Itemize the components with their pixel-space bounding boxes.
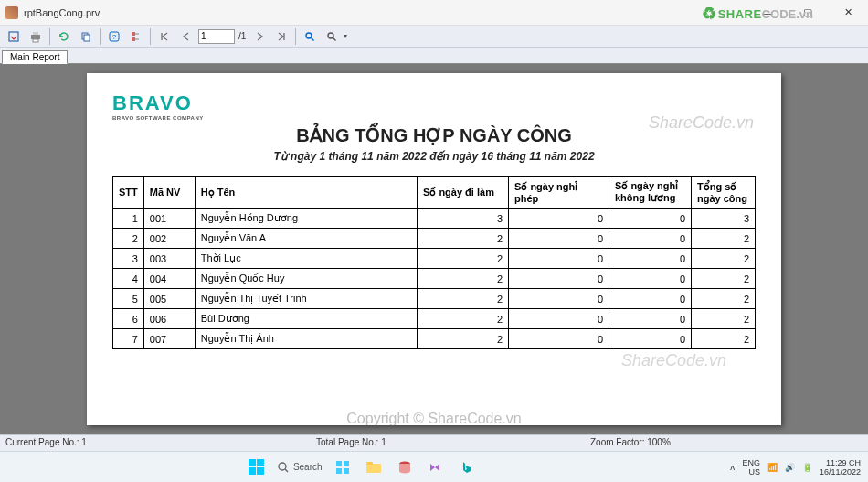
cell-stt: 6 (113, 309, 144, 329)
cell-nghiphep: 0 (509, 229, 609, 249)
svg-point-10 (306, 33, 312, 38)
last-page-button[interactable] (271, 27, 291, 46)
svg-text:?: ? (112, 33, 117, 41)
tab-main-report[interactable]: Main Report (2, 50, 68, 64)
cell-manv: 003 (143, 249, 195, 269)
svg-rect-18 (366, 462, 373, 465)
svg-rect-3 (33, 39, 38, 42)
page-number-input[interactable] (198, 29, 235, 44)
bing-icon[interactable] (456, 456, 478, 478)
cell-tong: 2 (692, 269, 756, 289)
toolbar-separator (49, 28, 50, 45)
chevron-up-icon[interactable]: ᴧ (730, 463, 735, 472)
svg-rect-9 (132, 37, 135, 41)
cell-manv: 006 (143, 309, 195, 329)
svg-rect-14 (344, 461, 349, 466)
col-manv: Mã NV (143, 177, 195, 209)
cell-tong: 2 (692, 229, 756, 249)
visualstudio-icon[interactable] (425, 456, 447, 478)
table-row: 4004Nguyễn Quốc Huy2002 (113, 269, 756, 289)
cell-dilam: 2 (418, 249, 509, 269)
cell-tong: 2 (692, 289, 756, 309)
volume-icon[interactable]: 🔊 (785, 463, 795, 472)
toolbar-separator (150, 28, 151, 45)
wifi-icon[interactable]: 📶 (767, 463, 778, 472)
cell-stt: 4 (113, 269, 144, 289)
window-title: rptBangCong.prv (24, 7, 747, 18)
sharecode-logo: ♻ SHARE CODE.vn (702, 4, 813, 24)
table-row: 1001Nguyễn Hồng Dương3003 (113, 209, 756, 229)
prev-page-button[interactable] (176, 27, 196, 46)
svg-rect-13 (336, 461, 342, 466)
col-tong: Tổng số ngày công (692, 177, 756, 209)
toolbar-separator (100, 28, 101, 45)
cell-nghiphep: 0 (509, 249, 609, 269)
svg-point-12 (279, 463, 286, 470)
cell-hoten: Nguyễn Thị Tuyết Trinh (195, 289, 417, 309)
clock[interactable]: 11:29 CH16/11/2022 (820, 458, 861, 477)
chevron-down-icon[interactable]: ▾ (344, 32, 347, 40)
system-tray: ᴧ ENGUS 📶 🔊 🔋 11:29 CH16/11/2022 (723, 458, 868, 477)
table-row: 7007Nguyễn Thị Ánh2002 (113, 329, 756, 349)
cell-dilam: 2 (418, 329, 509, 349)
battery-icon[interactable]: 🔋 (802, 463, 812, 472)
report-viewer[interactable]: ShareCode.vn BRAVO BRAVO SOFTWARE COMPAN… (0, 64, 868, 434)
search-button[interactable]: Search (277, 456, 323, 478)
find-button[interactable] (300, 27, 320, 46)
table-row: 5005Nguyễn Thị Tuyết Trinh2002 (113, 289, 756, 309)
next-page-button[interactable] (249, 27, 270, 46)
toggle-params-button[interactable]: ? (104, 27, 124, 46)
cell-khongluong: 0 (609, 309, 692, 329)
zoom-button[interactable] (322, 27, 342, 46)
cell-stt: 2 (113, 229, 144, 249)
taskbar-center: Search (0, 456, 723, 478)
col-nghiphep: Số ngày nghỉ phép (509, 177, 609, 209)
cell-hoten: Thời Lục (195, 249, 417, 269)
cell-hoten: Nguyễn Quốc Huy (195, 269, 417, 289)
cell-hoten: Bùi Dương (195, 309, 417, 329)
cell-stt: 7 (113, 329, 144, 349)
cell-hoten: Nguyễn Văn A (195, 229, 417, 249)
export-button[interactable] (4, 27, 24, 46)
cell-dilam: 2 (418, 269, 509, 289)
svg-rect-16 (344, 468, 349, 474)
cell-stt: 5 (113, 289, 144, 309)
col-stt: STT (113, 177, 144, 209)
cell-tong: 2 (692, 249, 756, 269)
toggle-tree-button[interactable] (126, 27, 146, 46)
cell-nghiphep: 0 (509, 209, 609, 229)
logo-text: BRAVO (112, 91, 756, 115)
col-dilam: Số ngày đi làm (418, 177, 509, 209)
start-button[interactable] (246, 456, 268, 478)
cell-khongluong: 0 (609, 249, 692, 269)
report-table: STT Mã NV Họ Tên Số ngày đi làm Số ngày … (112, 176, 756, 349)
cell-manv: 004 (143, 269, 195, 289)
cell-tong: 2 (692, 309, 756, 329)
logo-subtitle: BRAVO SOFTWARE COMPANY (112, 115, 756, 121)
close-button[interactable]: ✕ (828, 0, 868, 26)
svg-rect-1 (31, 35, 40, 39)
report-title: BẢNG TỔNG HỢP NGÀY CÔNG (112, 124, 756, 146)
cell-hoten: Nguyễn Hồng Dương (195, 209, 417, 229)
report-page: ShareCode.vn BRAVO BRAVO SOFTWARE COMPAN… (87, 73, 781, 425)
explorer-icon[interactable] (363, 456, 385, 478)
cell-dilam: 2 (418, 289, 509, 309)
copy-button[interactable] (76, 27, 96, 46)
first-page-button[interactable] (154, 27, 175, 46)
app-icon (5, 6, 18, 19)
refresh-button[interactable] (54, 27, 74, 46)
svg-rect-8 (132, 32, 135, 36)
task-icon[interactable] (332, 456, 354, 478)
brand-text-2: CODE.vn (762, 7, 813, 21)
print-button[interactable] (26, 27, 46, 46)
sqlserver-icon[interactable] (394, 456, 416, 478)
cell-manv: 002 (143, 229, 195, 249)
status-bar: Current Page No.: 1 Total Page No.: 1 Zo… (0, 434, 868, 451)
cell-nghiphep: 0 (509, 269, 609, 289)
table-row: 6006Bùi Dương2002 (113, 309, 756, 329)
cell-khongluong: 0 (609, 269, 692, 289)
svg-rect-5 (84, 35, 90, 41)
col-hoten: Họ Tên (195, 177, 417, 209)
svg-rect-15 (336, 468, 342, 474)
language-indicator[interactable]: ENGUS (742, 458, 760, 477)
